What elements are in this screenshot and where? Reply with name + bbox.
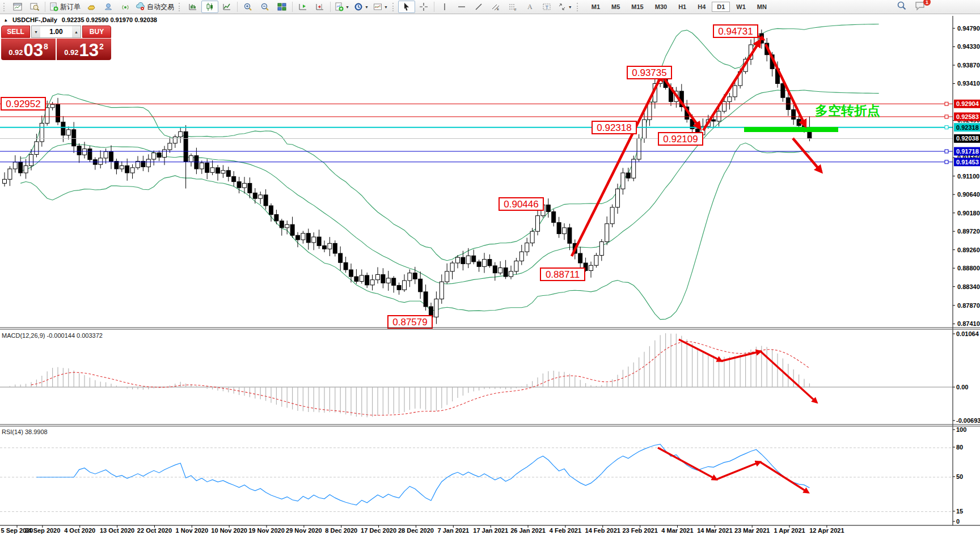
macd-label: MACD(12,26,9) -0.000144 0.003372 <box>2 332 103 339</box>
bull-candle <box>403 281 407 290</box>
auto-trading-button[interactable]: 自动交易 <box>134 1 176 13</box>
bull-candle <box>328 243 332 249</box>
text-label-tool-button[interactable]: T <box>538 1 555 13</box>
line-handle[interactable] <box>945 102 948 105</box>
community-button[interactable] <box>100 1 117 13</box>
volume-increase-button[interactable]: ▲ <box>72 26 81 37</box>
bull-candle <box>509 271 513 277</box>
bull-candle <box>259 195 263 198</box>
timeframe-m1-button[interactable]: M1 <box>586 2 605 12</box>
bear-candle <box>354 277 358 281</box>
candle-chart-mode-button[interactable] <box>201 1 218 13</box>
date-label: 4 Feb 2021 <box>550 527 581 534</box>
zoom-out-button[interactable] <box>256 1 273 13</box>
svg-text:100: 100 <box>956 426 966 433</box>
timeframe-d1-button[interactable]: D1 <box>712 2 730 12</box>
chart-preview-button[interactable] <box>26 1 43 13</box>
channel-tool-button[interactable]: E <box>487 1 504 13</box>
buy-price-pip: 2 <box>99 42 104 51</box>
bear-candle <box>557 223 561 234</box>
chart-window-icon <box>13 2 22 11</box>
bull-candle <box>152 153 156 159</box>
line-handle[interactable] <box>945 126 948 129</box>
bull-candle <box>643 120 647 138</box>
timeframe-m30-button[interactable]: M30 <box>650 2 672 12</box>
volume-decrease-button[interactable]: ▼ <box>32 26 40 37</box>
template-icon <box>373 2 382 11</box>
bull-candle <box>146 159 150 167</box>
bull-candle <box>200 163 204 169</box>
signal-icon <box>121 2 130 11</box>
svg-text:0.01064: 0.01064 <box>956 330 979 337</box>
line-handle[interactable] <box>945 115 948 118</box>
signal-button[interactable] <box>117 1 134 13</box>
arrows-tool-button[interactable]: ▼ <box>555 1 575 13</box>
vertical-line-tool-button[interactable] <box>436 1 453 13</box>
buy-button[interactable]: BUY <box>82 26 111 38</box>
templates-button[interactable]: ▼ <box>371 1 390 13</box>
cursor-tool-button[interactable] <box>398 1 415 13</box>
gold-icon <box>87 2 96 11</box>
tile-windows-button[interactable] <box>273 1 290 13</box>
bar-chart-icon <box>188 2 197 11</box>
timeframe-m15-button[interactable]: M15 <box>626 2 648 12</box>
volume-input[interactable] <box>40 26 72 37</box>
crosshair-tool-button[interactable] <box>415 1 432 13</box>
tile-windows-icon <box>277 2 286 11</box>
bear-candle <box>157 153 161 158</box>
sell-label: SELL <box>7 28 24 36</box>
market-watch-button[interactable] <box>83 1 100 13</box>
trendline-tool-button[interactable] <box>470 1 487 13</box>
line-handle[interactable] <box>945 150 948 153</box>
svg-text:0.89260: 0.89260 <box>957 247 980 253</box>
turning-point-annotation[interactable]: 多空转折点 <box>815 103 880 118</box>
timeframe-mn-button[interactable]: MN <box>752 2 772 12</box>
bear-candle <box>381 274 385 283</box>
periods-button[interactable]: ▼ <box>352 1 371 13</box>
bear-candle <box>626 173 630 178</box>
timeframe-group: M1M5M15M30H1H4D1W1MN <box>586 2 772 12</box>
new-order-button[interactable]: 新订单 <box>47 1 83 13</box>
chart-area[interactable]: 0.929520.937350.947310.923180.921090.904… <box>0 0 980 535</box>
auto-scroll-button[interactable] <box>294 1 311 13</box>
bull-candle <box>104 152 108 158</box>
fibonacci-tool-button[interactable]: F <box>504 1 521 13</box>
search-button[interactable] <box>897 1 907 11</box>
cursor-icon <box>402 2 411 11</box>
notification-badge: 1 <box>923 0 931 6</box>
bull-candle <box>466 256 470 264</box>
zoom-in-button[interactable] <box>239 1 256 13</box>
bar-chart-mode-button[interactable] <box>184 1 201 13</box>
bear-candle <box>205 163 209 172</box>
line-handle[interactable] <box>945 160 948 164</box>
sell-price-box[interactable]: 0.92 03 8 <box>1 39 56 60</box>
bull-candle <box>594 256 598 266</box>
indicators-caret-icon: ▼ <box>345 5 349 9</box>
bull-candle <box>40 123 44 141</box>
horizontal-line-tool-button[interactable] <box>453 1 470 13</box>
timeframe-h4-button[interactable]: H4 <box>692 2 711 12</box>
notifications-button[interactable]: 1 <box>915 1 926 11</box>
timeframe-w1-button[interactable]: W1 <box>731 2 751 12</box>
bull-candle <box>120 165 124 169</box>
line-chart-mode-button[interactable] <box>218 1 235 13</box>
date-label: 29 Nov 2020 <box>286 527 322 534</box>
sell-button[interactable]: SELL <box>1 26 30 38</box>
buy-price-box[interactable]: 0.92 13 2 <box>57 39 111 60</box>
bear-candle <box>232 176 236 181</box>
bull-candle <box>210 168 214 172</box>
chart-shift-button[interactable] <box>311 1 328 13</box>
svg-text:0.91718: 0.91718 <box>956 148 979 155</box>
indicators-button[interactable]: ▼ <box>332 1 352 13</box>
bull-candle <box>717 111 721 121</box>
arrow-objects-icon <box>557 2 567 11</box>
bull-candle <box>24 165 28 173</box>
bull-candle <box>83 149 87 155</box>
text-tool-button[interactable]: A <box>521 1 538 13</box>
timeframe-m5-button[interactable]: M5 <box>606 2 625 12</box>
svg-text:0.93870: 0.93870 <box>957 62 980 69</box>
new-chart-window-button[interactable] <box>9 1 26 13</box>
zoom-in-icon <box>243 2 252 11</box>
support-zone-bar[interactable] <box>744 127 838 132</box>
timeframe-h1-button[interactable]: H1 <box>673 2 691 12</box>
